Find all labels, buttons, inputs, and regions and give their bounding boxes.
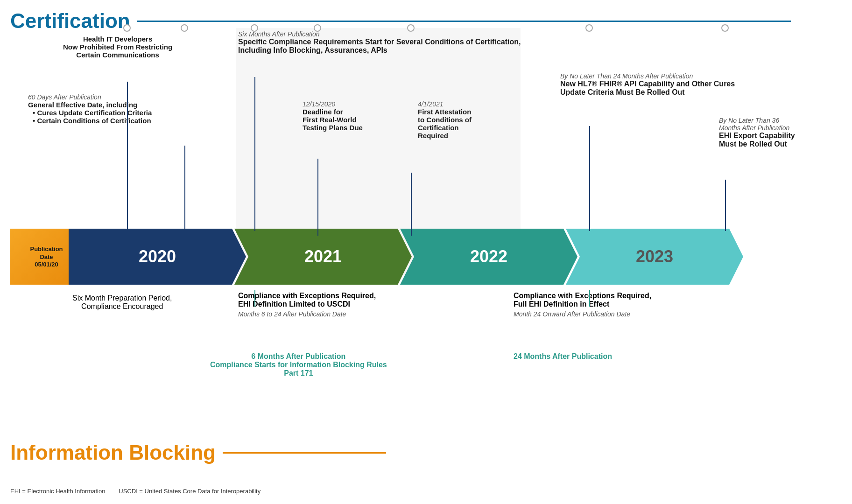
connector-411	[411, 173, 412, 236]
year-2023-segment: 2023	[566, 229, 743, 285]
411-bold: First Attestationto Conditions ofCertifi…	[418, 108, 472, 140]
24months-italic: By No Later Than 24 Months After Publica…	[560, 72, 735, 80]
dot-six-months	[251, 24, 258, 32]
cert-line	[137, 21, 791, 22]
compliance-uscdi-italic: Months 6 to 24 After Publication Date	[238, 310, 376, 318]
connector-60days	[184, 146, 185, 231]
1215-italic: 12/15/2020	[303, 100, 363, 108]
timeline-arrows: 2020 2021 2022 2023	[71, 229, 846, 285]
6mo-teal-line1: 6 Months After Publication	[210, 352, 387, 361]
60days-bold: General Effective Date, including • Cure…	[28, 101, 152, 125]
compliance-uscdi-bold: Compliance with Exceptions Required,EHI …	[238, 292, 376, 308]
connector-24mo-below	[589, 290, 590, 307]
annotation-health-it: Health IT DevelopersNow Prohibited From …	[63, 35, 172, 59]
1215-bold: Deadline forFirst Real-WorldTesting Plan…	[303, 108, 363, 132]
pub-date: 05/01/20	[35, 261, 58, 268]
6mo-teal-line2: Compliance Starts for Information Blocki…	[210, 361, 387, 369]
annotation-compliance-uscdi: Compliance with Exceptions Required,EHI …	[238, 292, 376, 318]
main-container: Certification Health IT DevelopersNow Pr…	[0, 0, 852, 504]
year-2021-segment: 2021	[234, 229, 412, 285]
dot-1215	[314, 24, 321, 32]
24mo-teal-text: 24 Months After Publication	[514, 352, 612, 361]
connector-health-it	[127, 82, 128, 231]
six-months-italic: Six Months After Publication	[238, 30, 521, 38]
annotation-6mo-teal: 6 Months After Publication Compliance St…	[210, 352, 387, 378]
annotation-60days: 60 Days After Publication General Effect…	[28, 93, 152, 125]
60days-italic: 60 Days After Publication	[28, 93, 152, 101]
year-2020-segment: 2020	[69, 229, 246, 285]
dot-411	[407, 24, 415, 32]
connector-24months	[589, 126, 590, 231]
compliance-full-italic: Month 24 Onward After Publication Date	[514, 310, 651, 318]
cert-title: Certification	[10, 9, 130, 33]
36months-italic: By No Later Than 36Months After Publicat…	[719, 117, 795, 132]
annotation-six-month-prep: Six Month Preparation Period,Compliance …	[72, 294, 172, 311]
compliance-full-bold: Compliance with Exceptions Required,Full…	[514, 292, 651, 308]
dot-60days	[181, 24, 188, 32]
six-month-prep-text: Six Month Preparation Period,Compliance …	[72, 294, 172, 311]
connector-36months	[725, 180, 726, 231]
annotation-411: 4/1/2021 First Attestationto Conditions …	[418, 100, 472, 140]
footer: EHI = Electronic Health Information USCD…	[10, 488, 261, 495]
dot-36months	[721, 24, 729, 32]
six-months-bold: Specific Compliance Requirements Start f…	[238, 38, 521, 55]
dot-health-it	[123, 24, 131, 32]
connector-6mo-below	[254, 290, 255, 307]
ib-line	[223, 452, 386, 454]
annotation-compliance-full: Compliance with Exceptions Required,Full…	[514, 292, 651, 318]
annotation-1215: 12/15/2020 Deadline forFirst Real-WorldT…	[303, 100, 363, 132]
connector-six-months	[254, 77, 255, 231]
annotation-24mo-teal: 24 Months After Publication	[514, 352, 612, 361]
annotation-six-months: Six Months After Publication Specific Co…	[238, 30, 521, 55]
annotation-24months: By No Later Than 24 Months After Publica…	[560, 72, 735, 97]
36months-bold: EHI Export CapabilityMust be Rolled Out	[719, 132, 795, 148]
year-2022-segment: 2022	[400, 229, 577, 285]
footer-ehi: EHI = Electronic Health Information	[10, 488, 105, 495]
pub-label: PublicationDate	[30, 245, 63, 261]
connector-1215	[317, 159, 318, 236]
annotation-36months: By No Later Than 36Months After Publicat…	[719, 117, 795, 148]
411-italic: 4/1/2021	[418, 100, 472, 108]
24months-bold: New HL7® FHIR® API Capability and Other …	[560, 80, 735, 97]
timeline-area: PublicationDate 05/01/20 2020 2021 2022 …	[10, 229, 846, 285]
health-it-bold: Health IT DevelopersNow Prohibited From …	[63, 35, 172, 59]
footer-uscdi: USCDI = United States Core Data for Inte…	[119, 488, 261, 495]
ib-title: Information Blocking	[10, 441, 216, 464]
6mo-teal-line3: Part 171	[210, 369, 387, 378]
dot-24months	[585, 24, 593, 32]
ib-section-header: Information Blocking	[10, 441, 386, 464]
